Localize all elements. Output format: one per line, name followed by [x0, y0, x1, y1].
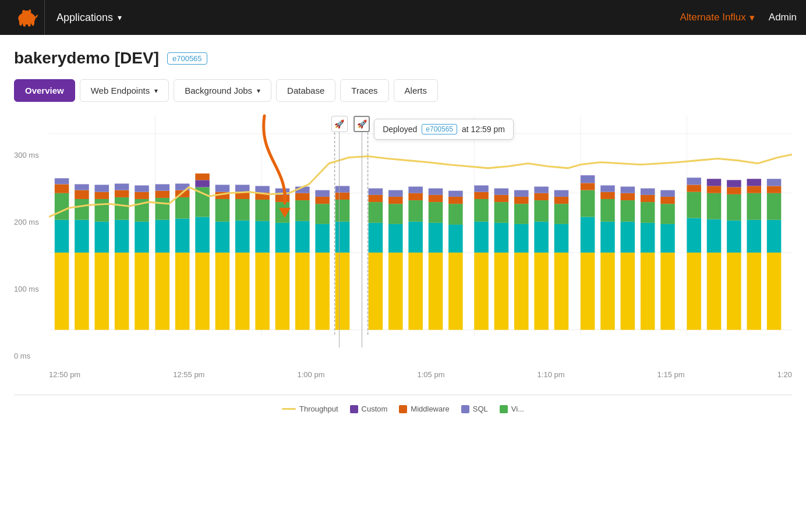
logo-container[interactable] [9, 0, 44, 35]
admin-link[interactable]: Admin [769, 12, 797, 23]
y-label-300: 300 ms [14, 151, 49, 159]
tooltip-deployed-text: Deployed [383, 125, 417, 134]
x-label-115: 1:15 pm [657, 370, 685, 379]
tab-database-label: Database [287, 86, 324, 95]
svg-point-6 [28, 21, 31, 26]
tab-database[interactable]: Database [276, 79, 335, 102]
legend-views-swatch [500, 405, 508, 413]
header-right: Alternate Influx ▾ Admin [680, 12, 797, 24]
legend-middleware-label: Middleware [411, 405, 449, 413]
x-label-1255: 12:55 pm [173, 370, 204, 379]
legend-views-label: Vi... [511, 405, 524, 413]
legend-sql: SQL [461, 405, 488, 413]
svg-point-3 [29, 9, 31, 13]
deploy-tooltip: Deployed e700565 at 12:59 pm [374, 119, 514, 140]
y-label-200: 200 ms [14, 218, 49, 226]
svg-point-4 [19, 20, 22, 26]
legend-throughput-line [282, 408, 296, 410]
tab-overview-label: Overview [25, 86, 64, 95]
app-title: bakerydemo [DEV] [14, 49, 159, 68]
tab-traces-label: Traces [351, 86, 377, 95]
chart-area: 300 ms 200 ms 100 ms 0 ms [14, 116, 792, 395]
y-label-100: 100 ms [14, 285, 49, 293]
x-label-110: 1:10 pm [538, 370, 565, 379]
legend-throughput: Throughput [282, 405, 338, 413]
legend-middleware: Middleware [399, 405, 449, 413]
legend-middleware-swatch [399, 405, 407, 413]
dog-logo-icon [15, 6, 39, 29]
chart-legend: Throughput Custom Middleware SQL Vi... [14, 395, 792, 418]
tab-background-jobs-chevron-icon: ▾ [257, 87, 260, 95]
legend-custom-label: Custom [362, 405, 388, 413]
svg-point-5 [23, 21, 26, 26]
tab-web-endpoints-label: Web Endpoints [91, 86, 150, 95]
deploy-icon-1[interactable]: 🚀 [331, 116, 348, 132]
legend-sql-swatch [461, 405, 469, 413]
legend-throughput-label: Throughput [299, 405, 338, 413]
legend-custom-swatch [350, 405, 358, 413]
y-axis: 300 ms 200 ms 100 ms 0 ms [14, 151, 49, 372]
org-name: Alternate Influx [680, 12, 745, 23]
applications-label: Applications [56, 12, 113, 24]
tooltip-time-text: at 12:59 pm [462, 125, 505, 134]
tab-background-jobs-label: Background Jobs [185, 86, 252, 95]
svg-point-7 [31, 20, 34, 26]
tab-alerts-label: Alerts [405, 86, 427, 95]
main-content: bakerydemo [DEV] e700565 Overview Web En… [0, 35, 806, 532]
x-label-100: 1:00 pm [298, 370, 325, 379]
org-selector[interactable]: Alternate Influx ▾ [680, 12, 754, 24]
applications-chevron-icon: ▾ [118, 13, 122, 22]
tab-traces[interactable]: Traces [340, 79, 388, 102]
app-title-row: bakerydemo [DEV] e700565 [14, 49, 792, 68]
nav-tabs: Overview Web Endpoints ▾ Background Jobs… [14, 79, 792, 102]
applications-menu[interactable]: Applications ▾ [45, 0, 133, 35]
tab-overview[interactable]: Overview [14, 79, 75, 102]
deploy-marker-2[interactable]: 🚀 Deployed e700565 at 12:59 pm [353, 116, 370, 347]
tooltip-commit-link[interactable]: e700565 [422, 124, 457, 134]
deploy-icon-2[interactable]: 🚀 [353, 116, 370, 132]
legend-custom: Custom [350, 405, 388, 413]
legend-sql-label: SQL [473, 405, 488, 413]
tab-web-endpoints-chevron-icon: ▾ [154, 87, 158, 95]
commit-badge[interactable]: e700565 [167, 52, 207, 65]
tab-alerts[interactable]: Alerts [394, 79, 438, 102]
x-axis: 12:50 pm 12:55 pm 1:00 pm 1:05 pm 1:10 p… [49, 366, 792, 395]
x-label-1250: 12:50 pm [49, 370, 80, 379]
svg-point-2 [22, 10, 25, 15]
deploy-marker-1[interactable]: 🚀 [331, 116, 348, 347]
legend-views: Vi... [500, 405, 524, 413]
tab-web-endpoints[interactable]: Web Endpoints ▾ [80, 79, 169, 102]
y-label-0: 0 ms [14, 352, 49, 360]
x-label-105: 1:05 pm [418, 370, 445, 379]
org-chevron-icon: ▾ [750, 12, 755, 24]
tab-background-jobs[interactable]: Background Jobs ▾ [174, 79, 271, 102]
x-label-120: 1:20 [777, 370, 792, 379]
app-header: Applications ▾ Alternate Influx ▾ Admin [0, 0, 806, 35]
